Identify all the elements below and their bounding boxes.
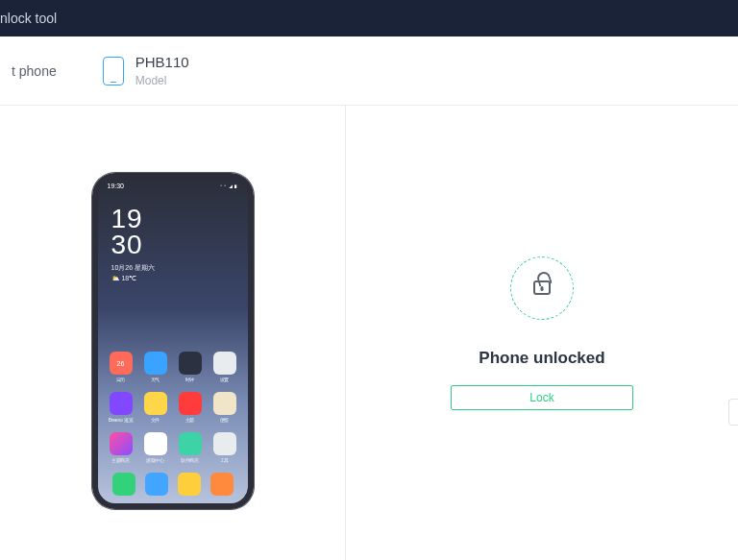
connect-phone-label: t phone xyxy=(12,63,57,79)
right-pane: Phone unlocked Lock xyxy=(346,106,738,560)
app-clock: 时钟 xyxy=(177,352,204,382)
open-lock-icon xyxy=(533,280,551,295)
phone-statusbar: 19:30 ᛫᛫ ◢ ▮ xyxy=(98,179,248,189)
app-appstore: 软件商店 xyxy=(177,432,204,463)
window-title: nlock tool xyxy=(0,11,57,26)
app-theme: 主题 xyxy=(177,392,204,423)
phone-temp: ⛅ 18℃ xyxy=(98,273,248,282)
app-tools: 工具 xyxy=(211,432,238,463)
app-breeno: Breeno 速览 xyxy=(108,392,135,423)
content: 19:30 ᛫᛫ ◢ ▮ 19 30 10月26 星期六 ⛅ 18℃ 26日历 … xyxy=(0,106,738,560)
lock-button[interactable]: Lock xyxy=(451,385,633,410)
app-notes: 便签 xyxy=(211,392,238,423)
dock-browser xyxy=(178,473,201,496)
side-card-edge xyxy=(728,399,738,426)
phone-app-grid: 26日历 天气 时钟 设置 Breeno 速览 文件 主题 便签 主题商店 游戏… xyxy=(98,352,248,463)
phone-mockup: 19:30 ᛫᛫ ◢ ▮ 19 30 10月26 星期六 ⛅ 18℃ 26日历 … xyxy=(92,173,254,509)
app-gamecenter: 游戏中心 xyxy=(142,432,169,463)
statusbar-time: 19:30 xyxy=(108,183,125,189)
device-model-sub: Model xyxy=(135,74,189,87)
unlock-status-icon xyxy=(510,256,574,320)
device-strip: t phone PHB110 Model xyxy=(0,37,738,106)
dock-phone xyxy=(112,473,135,496)
titlebar: nlock tool xyxy=(0,0,738,37)
app-settings: 设置 xyxy=(211,352,238,382)
left-pane: 19:30 ᛫᛫ ◢ ▮ 19 30 10月26 星期六 ⛅ 18℃ 26日历 … xyxy=(0,106,346,560)
phone-clock: 19 30 xyxy=(98,189,248,257)
dock-messages xyxy=(145,473,168,496)
phone-date: 10月26 星期六 xyxy=(98,257,248,273)
device-model: PHB110 xyxy=(135,54,189,70)
app-themestore: 主题商店 xyxy=(108,432,135,463)
phone-icon xyxy=(103,57,124,85)
app-calendar: 26日历 xyxy=(108,352,135,382)
dock-camera xyxy=(210,473,234,496)
device-block[interactable]: PHB110 Model xyxy=(103,54,189,87)
statusbar-indicators: ᛫᛫ ◢ ▮ xyxy=(219,183,238,189)
app-weather: 天气 xyxy=(142,352,169,382)
status-headline: Phone unlocked xyxy=(479,349,604,368)
app-files: 文件 xyxy=(142,392,169,423)
phone-dock xyxy=(98,473,248,496)
